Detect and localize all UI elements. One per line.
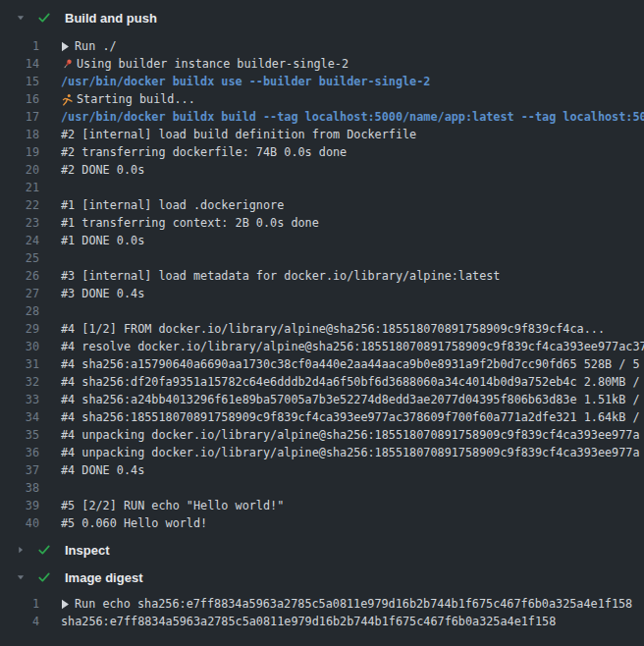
log-line-content: #5 [2/2] RUN echo "Hello world!" <box>61 499 644 512</box>
log-text: /usr/bin/docker buildx build --tag local… <box>61 110 644 124</box>
log-line-content: #4 unpacking docker.io/library/alpine@sh… <box>61 428 644 442</box>
log-line: 35#4 unpacking docker.io/library/alpine@… <box>0 426 644 444</box>
log-line-content: #4 [1/2] FROM docker.io/library/alpine@s… <box>61 322 644 336</box>
log-line: 20#2 DONE 0.0s <box>0 161 644 179</box>
log-line: 1Run echo sha256:e7ff8834a5963a2785c5a08… <box>0 595 644 613</box>
log-line-content: Using builder instance builder-single-2 <box>61 57 644 71</box>
log-line-content: #3 DONE 0.4s <box>61 287 644 300</box>
line-number[interactable]: 33 <box>0 393 39 406</box>
line-number[interactable]: 4 <box>0 615 39 628</box>
log-line-content: #2 [internal] load build definition from… <box>61 128 644 141</box>
log-text: sha256:e7ff8834a5963a2785c5a0811e979d16b… <box>61 615 556 628</box>
line-number[interactable]: 39 <box>0 499 39 512</box>
line-number[interactable]: 14 <box>0 57 39 71</box>
line-number[interactable]: 40 <box>0 516 39 530</box>
log-line: 40#5 0.060 Hello world! <box>0 514 644 532</box>
line-number[interactable]: 19 <box>0 145 39 159</box>
group-toggle-icon[interactable] <box>61 41 70 52</box>
log-line: 28 <box>0 302 644 320</box>
log-line: 14Using builder instance builder-single-… <box>0 55 644 73</box>
line-number[interactable]: 31 <box>0 357 39 371</box>
log-line-content: #4 sha256:a15790640a6690aa1730c38cf0a440… <box>61 357 644 371</box>
log-text: #3 DONE 0.4s <box>61 287 144 300</box>
log-line: 22#1 [internal] load .dockerignore <box>0 196 644 214</box>
log-line-content: #1 transferring context: 2B 0.0s done <box>61 216 644 230</box>
line-number[interactable]: 34 <box>0 410 39 424</box>
line-number[interactable]: 15 <box>0 75 39 88</box>
log-line-content: #1 [internal] load .dockerignore <box>61 198 644 212</box>
line-number[interactable]: 1 <box>0 597 39 611</box>
log-line-content: #4 sha256:df20fa9351a15782c64e6dddb2d4a6… <box>61 375 644 389</box>
line-number[interactable]: 21 <box>0 181 39 194</box>
line-number[interactable]: 28 <box>0 304 39 318</box>
log-line: 34#4 sha256:185518070891758909c9f839cf4c… <box>0 408 644 426</box>
log-text: #1 transferring context: 2B 0.0s done <box>61 216 319 230</box>
log-line-content: #2 transferring dockerfile: 74B 0.0s don… <box>61 145 644 159</box>
runner-icon <box>61 93 74 106</box>
line-number[interactable]: 32 <box>0 375 39 389</box>
log-line: 37#4 DONE 0.4s <box>0 461 644 479</box>
section-title: Inspect <box>65 543 110 558</box>
chevron-right-icon[interactable] <box>16 545 27 555</box>
log-text: #4 [1/2] FROM docker.io/library/alpine@s… <box>61 322 605 336</box>
line-number[interactable]: 1 <box>0 39 39 53</box>
log-line-content: #1 DONE 0.0s <box>61 234 644 247</box>
log-line-content: #4 DONE 0.4s <box>61 463 644 477</box>
log-line-content: #4 unpacking docker.io/library/alpine@sh… <box>61 446 644 459</box>
log-text: #1 [internal] load .dockerignore <box>61 198 284 212</box>
log-line-content: #2 DONE 0.0s <box>61 163 644 177</box>
log-text: #4 sha256:a15790640a6690aa1730c38cf0a440… <box>61 357 640 371</box>
line-number[interactable]: 20 <box>0 163 39 177</box>
line-number[interactable]: 30 <box>0 340 39 353</box>
line-number[interactable]: 27 <box>0 287 39 300</box>
log-line: 38 <box>0 479 644 497</box>
line-number[interactable]: 23 <box>0 216 39 230</box>
group-toggle-icon[interactable] <box>61 599 70 610</box>
line-number[interactable]: 22 <box>0 198 39 212</box>
line-number[interactable]: 36 <box>0 446 39 459</box>
line-number[interactable]: 35 <box>0 428 39 442</box>
line-number[interactable]: 29 <box>0 322 39 336</box>
line-number[interactable]: 16 <box>0 92 39 106</box>
chevron-down-icon[interactable] <box>16 13 27 23</box>
log-text: Run echo sha256:e7ff8834a5963a2785c5a081… <box>75 597 632 611</box>
log-text: #4 unpacking docker.io/library/alpine@sh… <box>61 428 640 442</box>
chevron-down-icon[interactable] <box>16 572 27 582</box>
log-line-content: #5 0.060 Hello world! <box>61 516 644 530</box>
section-header-inspect[interactable]: Inspect <box>0 536 644 564</box>
log-line: 25 <box>0 249 644 267</box>
log-text: #2 [internal] load build definition from… <box>61 128 416 141</box>
log-line: 33#4 sha256:a24bb4013296f61e89ba57005a7b… <box>0 391 644 408</box>
line-number[interactable]: 17 <box>0 110 39 124</box>
section-header-image-digest[interactable]: Image digest <box>0 564 644 591</box>
check-icon <box>37 570 53 584</box>
line-number[interactable]: 37 <box>0 463 39 477</box>
log-line: 39#5 [2/2] RUN echo "Hello world!" <box>0 497 644 514</box>
log-line-content: /usr/bin/docker buildx build --tag local… <box>61 110 644 124</box>
line-number[interactable]: 24 <box>0 234 39 247</box>
log-text: #5 0.060 Hello world! <box>61 516 207 530</box>
line-number[interactable]: 25 <box>0 251 39 265</box>
log-line-content: #3 [internal] load metadata for docker.i… <box>61 269 644 283</box>
log-line-content: /usr/bin/docker buildx use --builder bui… <box>61 75 644 88</box>
section-header-build-and-push[interactable]: Build and push <box>0 4 644 31</box>
log-line: 29#4 [1/2] FROM docker.io/library/alpine… <box>0 320 644 338</box>
log-line: 36#4 unpacking docker.io/library/alpine@… <box>0 444 644 461</box>
log-line: 24#1 DONE 0.0s <box>0 232 644 249</box>
log-text: #5 [2/2] RUN echo "Hello world!" <box>61 499 284 512</box>
log-line: 31#4 sha256:a15790640a6690aa1730c38cf0a4… <box>0 355 644 373</box>
log-line: 19#2 transferring dockerfile: 74B 0.0s d… <box>0 143 644 161</box>
log-text: #4 sha256:df20fa9351a15782c64e6dddb2d4a6… <box>61 375 640 389</box>
line-number[interactable]: 38 <box>0 481 39 495</box>
log-line: 23#1 transferring context: 2B 0.0s done <box>0 214 644 232</box>
line-number[interactable]: 18 <box>0 128 39 141</box>
log-line: 16Starting build... <box>0 90 644 108</box>
log-text: Run ./ <box>75 39 117 53</box>
log-line: 27#3 DONE 0.4s <box>0 285 644 302</box>
log-lines-image-digest: 1Run echo sha256:e7ff8834a5963a2785c5a08… <box>0 595 644 630</box>
log-text: #3 [internal] load metadata for docker.i… <box>61 269 500 283</box>
line-number[interactable]: 26 <box>0 269 39 283</box>
workflow-log-viewer: Build and push1Run ./14Using builder ins… <box>0 0 644 630</box>
log-text: #2 transferring dockerfile: 74B 0.0s don… <box>61 145 347 159</box>
pushpin-icon <box>61 58 74 71</box>
